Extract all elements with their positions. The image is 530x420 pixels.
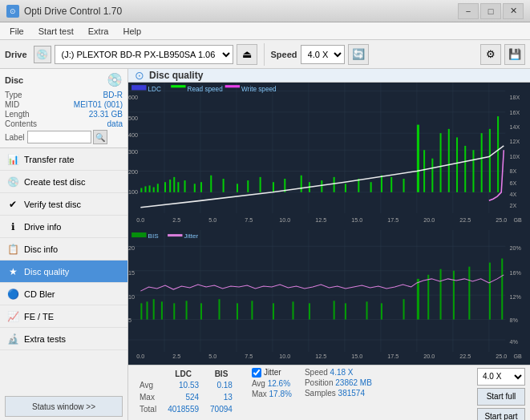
samples-row: Samples 381574 — [305, 389, 372, 398]
nav-drive-info[interactable]: ℹ Drive info — [0, 216, 127, 238]
svg-rect-116 — [186, 301, 188, 319]
stats-table: LDC BIS Avg 10.53 0.18 Max 524 13 Total … — [133, 368, 239, 416]
svg-rect-68 — [489, 129, 491, 192]
start-speed-dropdown[interactable]: 4.0 X — [477, 368, 525, 386]
menu-file[interactable]: File — [3, 25, 30, 38]
drive-info-icon: ℹ — [6, 220, 19, 233]
svg-text:BIS: BIS — [148, 232, 160, 240]
nav-transfer-rate[interactable]: 📊 Transfer rate — [0, 148, 127, 171]
jitter-checkbox[interactable] — [252, 368, 261, 378]
nav-create-test-disc[interactable]: 💿 Create test disc — [0, 171, 127, 193]
drive-label: Drive — [5, 50, 27, 59]
jitter-section: Jitter Avg 12.6% Max 17.8% — [252, 368, 292, 398]
drive-select[interactable]: (J:) PLEXTOR BD-R PX-LB950SA 1.06 — [55, 45, 233, 64]
menu-start-test[interactable]: Start test — [32, 25, 80, 38]
toolbar: Drive 💿 (J:) PLEXTOR BD-R PX-LB950SA 1.0… — [0, 40, 530, 69]
svg-rect-124 — [334, 301, 335, 319]
svg-text:22.5: 22.5 — [459, 354, 471, 361]
speed-position-section: Speed 4.18 X Position 23862 MB Samples 3… — [305, 368, 372, 398]
svg-rect-62 — [440, 133, 442, 192]
disc-mid-label: MID — [5, 100, 19, 109]
svg-text:10.0: 10.0 — [279, 216, 290, 224]
disc-label-text: Label — [5, 133, 24, 142]
nav-fe-te[interactable]: 📈 FE / TE — [0, 305, 127, 328]
start-full-button[interactable]: Start full — [477, 388, 525, 406]
verify-test-disc-icon: ✔ — [6, 198, 19, 211]
eject-button[interactable]: ⏏ — [237, 44, 257, 65]
svg-text:200: 200 — [128, 168, 138, 176]
speed-row: Speed 4.18 X — [305, 368, 372, 377]
nav-verify-test-disc[interactable]: ✔ Verify test disc — [0, 193, 127, 216]
svg-text:4X: 4X — [509, 191, 516, 198]
svg-text:2X: 2X — [509, 202, 516, 209]
nav-fe-te-label: FE / TE — [24, 312, 54, 321]
disc-panel: Disc 💿 Type BD-R MID MEIT01 (001) Length… — [0, 69, 127, 148]
svg-text:10: 10 — [128, 294, 135, 301]
content-header: ⊙ Disc quality — [128, 69, 530, 83]
svg-rect-58 — [403, 179, 405, 192]
svg-text:20: 20 — [128, 246, 135, 252]
svg-rect-121 — [273, 304, 274, 320]
jitter-checkbox-row: Jitter — [252, 368, 292, 378]
charts-area: LDC Read speed Write speed 600 500 400 3… — [128, 83, 530, 365]
nav-disc-info[interactable]: 📋 Disc info — [0, 238, 127, 260]
svg-text:100: 100 — [128, 188, 138, 196]
disc-icon: 💿 — [107, 72, 123, 87]
max-ldc: 524 — [163, 392, 204, 402]
save-button[interactable]: 💾 — [504, 44, 525, 65]
svg-rect-115 — [173, 304, 175, 320]
disc-contents-row: Contents data — [5, 119, 123, 128]
total-ldc: 4018559 — [163, 404, 204, 414]
svg-rect-60 — [423, 150, 425, 192]
svg-text:15.0: 15.0 — [351, 354, 362, 361]
disc-label-input[interactable] — [27, 131, 91, 143]
refresh-button[interactable]: 🔄 — [348, 44, 369, 65]
svg-text:16X: 16X — [509, 109, 520, 116]
window-controls: − □ ✕ — [458, 3, 524, 19]
disc-label-button[interactable]: 🔍 — [93, 130, 107, 144]
nav-cd-bler[interactable]: 🔵 CD Bler — [0, 283, 127, 305]
svg-rect-118 — [218, 299, 220, 319]
avg-ldc: 10.53 — [163, 380, 204, 390]
svg-text:12.5: 12.5 — [315, 354, 326, 361]
svg-rect-46 — [260, 177, 261, 192]
nav-disc-quality[interactable]: ★ Disc quality — [0, 260, 127, 283]
total-label: Total — [135, 404, 161, 414]
svg-text:GB: GB — [514, 216, 522, 224]
svg-text:2.5: 2.5 — [172, 354, 180, 361]
nav-extra-tests[interactable]: 🔬 Extra tests — [0, 328, 127, 350]
menu-help[interactable]: Help — [116, 25, 148, 38]
minimize-button[interactable]: − — [458, 3, 479, 19]
menu-extra[interactable]: Extra — [82, 25, 115, 38]
nav-disc-info-label: Disc info — [24, 244, 58, 254]
status-window-button[interactable]: Status window >> — [5, 396, 123, 417]
svg-rect-61 — [431, 159, 433, 192]
svg-rect-56 — [381, 176, 382, 192]
close-button[interactable]: ✕ — [503, 3, 524, 19]
svg-rect-38 — [177, 182, 179, 192]
cd-bler-icon: 🔵 — [6, 288, 19, 301]
disc-contents-label: Contents — [5, 119, 37, 128]
svg-rect-36 — [169, 180, 171, 192]
svg-text:22.5: 22.5 — [459, 216, 471, 224]
svg-text:500: 500 — [128, 115, 138, 122]
svg-text:8%: 8% — [509, 317, 518, 324]
svg-text:15: 15 — [128, 270, 135, 277]
max-bis: 13 — [205, 392, 237, 402]
svg-text:12%: 12% — [509, 294, 521, 301]
start-part-button[interactable]: Start part — [477, 408, 525, 420]
svg-rect-113 — [153, 299, 155, 319]
svg-rect-64 — [456, 137, 458, 192]
disc-info-icon: 📋 — [6, 243, 19, 256]
svg-text:15.0: 15.0 — [351, 216, 362, 224]
svg-text:400: 400 — [128, 131, 138, 139]
maximize-button[interactable]: □ — [480, 3, 501, 19]
speed-select[interactable]: 4.0 X — [301, 45, 345, 64]
disc-contents-value: data — [107, 119, 123, 128]
svg-rect-109 — [168, 234, 182, 236]
col-bis-header: BIS — [205, 370, 237, 378]
settings-button[interactable]: ⚙ — [480, 44, 501, 65]
disc-mid-row: MID MEIT01 (001) — [5, 100, 123, 109]
svg-rect-35 — [164, 182, 166, 192]
svg-rect-126 — [366, 301, 368, 319]
